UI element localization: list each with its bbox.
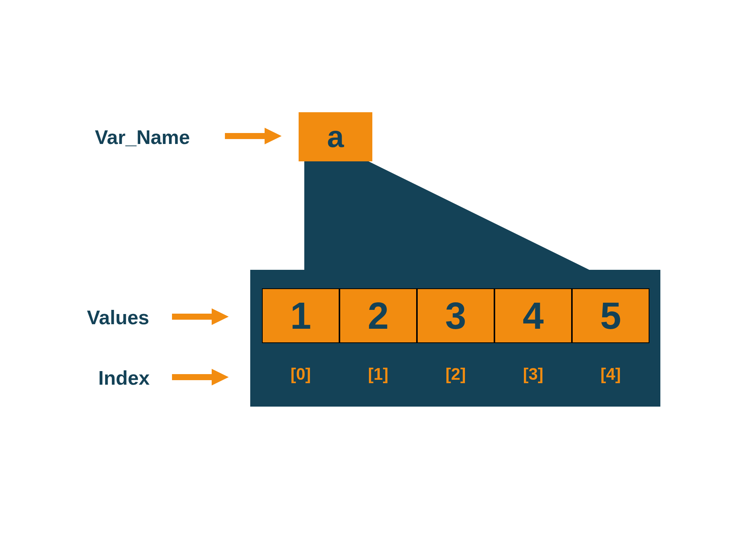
index-label: [3] (494, 363, 572, 385)
svg-marker-5 (212, 369, 229, 385)
value-cell: 1 (262, 288, 339, 343)
index-label: [2] (417, 363, 494, 385)
value-cell: 2 (339, 288, 417, 343)
arrow-icon (170, 366, 231, 388)
value-cells-row: 1 2 3 4 5 (262, 288, 649, 343)
svg-marker-6 (304, 161, 592, 271)
value-cell: 3 (417, 288, 494, 343)
label-index: Index (98, 367, 150, 389)
label-var-name: Var_Name (95, 126, 190, 149)
value-cell: 5 (572, 288, 649, 343)
connector-shape (304, 161, 592, 271)
value-cell: 4 (494, 288, 572, 343)
variable-name-box: a (299, 112, 372, 161)
svg-marker-1 (265, 128, 282, 144)
label-values: Values (87, 306, 149, 329)
index-label: [4] (572, 363, 649, 385)
svg-marker-3 (212, 308, 229, 325)
index-label: [1] (339, 363, 417, 385)
arrow-icon (170, 305, 231, 328)
index-row: [0] [1] [2] [3] [4] (262, 363, 649, 385)
index-label: [0] (262, 363, 339, 385)
arrow-icon (223, 125, 284, 147)
